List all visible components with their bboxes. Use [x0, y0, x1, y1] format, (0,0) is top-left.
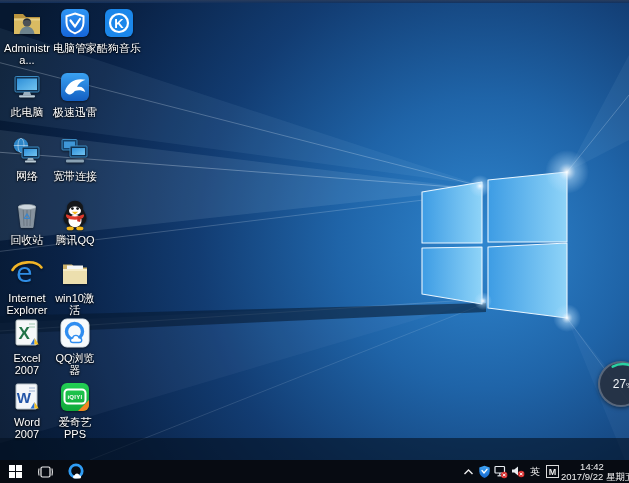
tray-language-indicator[interactable]: 英	[526, 460, 544, 483]
clock-time: 14:42	[561, 462, 623, 472]
tray-show-hidden-icons[interactable]	[460, 460, 476, 483]
desktop-icon-iqiyi-pps[interactable]: iQIYI 爱奇艺PPS	[52, 380, 98, 440]
tray-pc-manager[interactable]	[476, 460, 492, 483]
qq-browser-icon	[58, 316, 92, 350]
start-button[interactable]	[0, 460, 30, 483]
boost-value: 27%	[600, 377, 629, 391]
desktop-screen: Administra... 电脑管家 K 酷狗音乐 此	[0, 0, 629, 483]
icon-label: Administra...	[4, 42, 50, 66]
desktop-icon-word-2007[interactable]: W Word 2007	[4, 380, 50, 440]
tray-volume[interactable]	[509, 460, 526, 483]
desktop-icon-win10-activate[interactable]: win10激活	[52, 256, 98, 316]
svg-text:X: X	[19, 324, 31, 343]
tray-ime-indicator[interactable]: M	[544, 460, 561, 483]
computer-icon	[10, 70, 44, 104]
folder-icon	[58, 256, 92, 290]
taskbar-qq-browser-button[interactable]	[60, 460, 92, 483]
task-view-icon	[37, 465, 54, 479]
task-view-button[interactable]	[30, 460, 60, 483]
desktop-icon-broadband[interactable]: 宽带连接	[52, 134, 98, 182]
icon-label: win10激活	[52, 292, 98, 316]
desktop-icon-kugou-music[interactable]: K 酷狗音乐	[96, 6, 142, 54]
shield-icon	[478, 465, 491, 479]
icon-label: 酷狗音乐	[97, 42, 141, 54]
svg-text:iQIYI: iQIYI	[67, 394, 82, 400]
word-icon: W	[10, 380, 44, 414]
qq-browser-icon	[67, 463, 85, 481]
chevron-up-icon	[463, 467, 474, 477]
icon-label: QQ浏览器	[52, 352, 98, 376]
desktop-icon-network[interactable]: 网络	[4, 134, 50, 182]
desktop-icon-excel-2007[interactable]: X Excel 2007	[4, 316, 50, 376]
icon-label: 爱奇艺PPS	[52, 416, 98, 440]
icon-label: 宽带连接	[53, 170, 97, 182]
thunder-bird-icon	[58, 70, 92, 104]
iqiyi-icon: iQIYI	[58, 380, 92, 414]
desktop-icon-tencent-qq[interactable]: 腾讯QQ	[52, 198, 98, 246]
screen-top-edge	[0, 0, 629, 3]
internet-explorer-icon: e	[10, 256, 44, 290]
desktop-icon-administrator-folder[interactable]: Administra...	[4, 6, 50, 66]
desktop-icon-pc-manager[interactable]: 电脑管家	[52, 6, 98, 54]
user-folder-icon	[10, 6, 44, 40]
icon-label: 腾讯QQ	[55, 234, 94, 246]
tray-network-status[interactable]	[492, 460, 509, 483]
kugou-k-icon: K	[102, 6, 136, 40]
network-globe-icon	[10, 134, 44, 168]
icon-label: 网络	[16, 170, 38, 182]
desktop-icon-internet-explorer[interactable]: e Internet Explorer	[4, 256, 50, 316]
icon-label: 此电脑	[11, 106, 44, 118]
recycle-bin-icon	[10, 198, 44, 232]
speaker-muted-icon	[511, 465, 525, 478]
language-label: 英	[530, 465, 540, 479]
icon-label: Excel 2007	[4, 352, 50, 376]
svg-text:K: K	[114, 16, 124, 31]
desktop-icon-thunder[interactable]: 极速迅雷	[52, 70, 98, 118]
clock-date: 2017/9/22 星期五	[561, 472, 629, 482]
tray-clock[interactable]: 14:42 2017/9/22 星期五	[561, 460, 629, 483]
desktop-icon-this-pc[interactable]: 此电脑	[4, 70, 50, 118]
qq-penguin-icon	[58, 198, 92, 232]
icon-label: 电脑管家	[53, 42, 97, 54]
system-tray: 英 M 14:42 2017/9/22 星期五	[460, 460, 629, 483]
icon-label: Word 2007	[4, 416, 50, 440]
network-disconnected-icon	[494, 465, 508, 479]
taskbar: 英 M 14:42 2017/9/22 星期五	[0, 460, 629, 483]
desktop-icon-recycle-bin[interactable]: 回收站	[4, 198, 50, 246]
icon-label: 回收站	[11, 234, 44, 246]
excel-icon: X	[10, 316, 44, 350]
dual-monitor-icon	[58, 134, 92, 168]
ime-label: M	[546, 465, 559, 478]
desktop-icon-qq-browser[interactable]: QQ浏览器	[52, 316, 98, 376]
icon-label: 极速迅雷	[53, 106, 97, 118]
svg-text:W: W	[17, 389, 32, 406]
icon-label: Internet Explorer	[4, 292, 50, 316]
windows-logo-icon	[9, 465, 22, 478]
pc-manager-boost-ball[interactable]: 27%	[598, 361, 629, 407]
shield-icon	[58, 6, 92, 40]
